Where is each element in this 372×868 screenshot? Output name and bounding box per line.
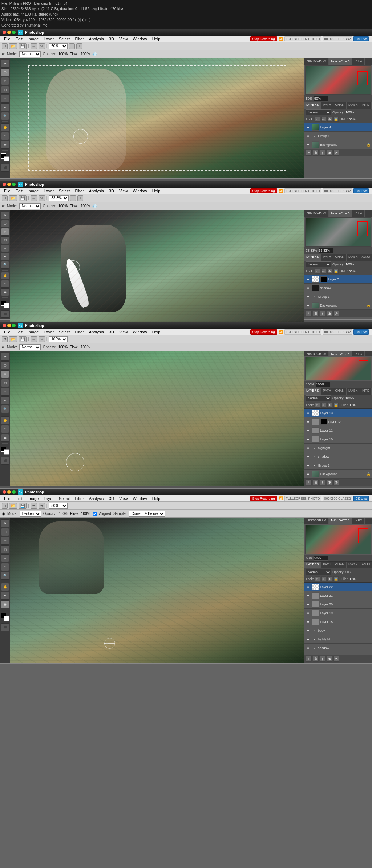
- nav-zoom-input-3[interactable]: [316, 382, 330, 387]
- brush-tool-3[interactable]: ✏: [1, 370, 9, 378]
- redo-btn-1[interactable]: ↪: [39, 43, 45, 49]
- blend-mode-select-2[interactable]: Normal: [306, 261, 331, 267]
- maximize-button-2[interactable]: [12, 183, 16, 186]
- menu-file-4[interactable]: File: [2, 496, 13, 501]
- fg-bg-colors-4[interactable]: [1, 613, 9, 621]
- open-btn-3[interactable]: 📂: [9, 336, 17, 342]
- brush-tool-2[interactable]: ✏: [1, 228, 9, 236]
- undo-btn-1[interactable]: ↩: [31, 43, 37, 49]
- stamp-tool-4[interactable]: ◉: [1, 600, 9, 608]
- lock-move-4[interactable]: ✥: [327, 576, 332, 581]
- menu-file-3[interactable]: File: [2, 329, 13, 335]
- canvas-2[interactable]: [10, 210, 304, 330]
- layers-tab-mask-1[interactable]: MASK: [347, 102, 360, 109]
- menu-analysis-2[interactable]: Analysis: [87, 188, 106, 193]
- blend-mode-select-3[interactable]: Normal: [306, 395, 331, 401]
- path-tab-4[interactable]: PATH: [321, 562, 333, 568]
- stop-recording-3[interactable]: Stop Recording: [250, 329, 277, 335]
- menu-view-2[interactable]: View: [117, 188, 130, 193]
- histogram-tab-4[interactable]: HISTOGRAM: [304, 518, 329, 524]
- hand-tool-1[interactable]: ✋: [1, 123, 9, 131]
- delete-layer-icon-3[interactable]: 🗑: [313, 479, 319, 485]
- layer-item-group1-1[interactable]: ● ▸ Group 1: [304, 132, 372, 140]
- menu-analysis-3[interactable]: Analysis: [87, 329, 106, 335]
- minimize-button-3[interactable]: [7, 324, 11, 327]
- new-layer-icon-2[interactable]: +: [306, 311, 312, 316]
- blend-mode-select-4[interactable]: Normal: [306, 569, 331, 575]
- hand-tool-2[interactable]: ✋: [1, 272, 9, 280]
- cs-live-3[interactable]: CS Live: [353, 329, 369, 335]
- new-doc-btn-4[interactable]: □: [2, 503, 8, 509]
- zoom-select-3[interactable]: 100%50%: [49, 336, 68, 342]
- menu-help-2[interactable]: Help: [150, 188, 163, 193]
- nav-zoom-input-4[interactable]: [314, 556, 328, 561]
- layer-item-11[interactable]: ● Layer 11: [304, 426, 372, 435]
- blend-mode-select-1[interactable]: Normal: [306, 109, 331, 115]
- menu-select-1[interactable]: Select: [57, 36, 72, 41]
- menu-file-2[interactable]: File: [2, 188, 13, 193]
- zoom-out-1[interactable]: −: [69, 43, 75, 49]
- group-arrow-1[interactable]: ▸: [312, 133, 317, 139]
- arrow-shadow-4[interactable]: ▸: [312, 645, 317, 651]
- undo-btn-3[interactable]: ↩: [31, 336, 37, 342]
- cs-live-1[interactable]: CS Live: [353, 36, 369, 41]
- layer-item-13[interactable]: ● Layer 13: [304, 409, 372, 417]
- zoom-out-2[interactable]: −: [70, 195, 76, 201]
- adj-layer-icon-1[interactable]: ◔: [333, 150, 339, 156]
- arrow-group1-3[interactable]: ▸: [312, 463, 317, 468]
- lasso-tool-2[interactable]: ⬡: [1, 220, 9, 228]
- lasso-tool-3[interactable]: ⬡: [1, 361, 9, 369]
- histogram-tab-2[interactable]: HISTOGRAM: [304, 210, 329, 217]
- layers-tab-2[interactable]: LAYERS: [304, 254, 321, 261]
- menu-help-1[interactable]: Help: [150, 36, 163, 41]
- open-btn-1[interactable]: 📂: [9, 43, 17, 49]
- arrow-group1-4[interactable]: ▸: [312, 654, 317, 656]
- minimize-button-4[interactable]: [7, 490, 11, 494]
- pen-tool-4[interactable]: ✒: [1, 563, 9, 571]
- background-color-3[interactable]: [4, 449, 9, 455]
- minimize-button-1[interactable]: [7, 31, 11, 34]
- extra-tool-3[interactable]: ⬛: [1, 457, 9, 465]
- new-layer-icon-1[interactable]: +: [306, 150, 312, 156]
- layer-item-bg-1[interactable]: ● Background 🔒: [304, 140, 372, 149]
- mode-select-2[interactable]: Normal: [19, 203, 41, 209]
- redo-btn-2[interactable]: ↪: [39, 195, 45, 201]
- add-style-icon-1[interactable]: ƒ: [320, 150, 326, 156]
- menu-filter-1[interactable]: Filter: [73, 36, 86, 41]
- lock-move-2[interactable]: ✥: [327, 269, 332, 274]
- lock-transparent-2[interactable]: □: [315, 269, 320, 274]
- undo-btn-4[interactable]: ↩: [31, 503, 37, 509]
- menu-analysis-1[interactable]: Analysis: [87, 36, 106, 41]
- layers-tab-4[interactable]: LAYERS: [304, 562, 321, 568]
- menu-help-4[interactable]: Help: [150, 496, 163, 501]
- path-tab-3[interactable]: PATH: [321, 388, 333, 395]
- new-doc-btn-3[interactable]: □: [2, 336, 8, 342]
- eye-21[interactable]: ●: [306, 593, 311, 598]
- layer-item-group1-4[interactable]: ● ▸ Group 1: [304, 652, 372, 655]
- lock-move-1[interactable]: ✥: [327, 117, 332, 122]
- layer-item-19[interactable]: ● Layer 19: [304, 609, 372, 617]
- eye-shadow-4[interactable]: ●: [306, 645, 311, 651]
- hand-tool-4[interactable]: ✋: [1, 583, 9, 591]
- lock-transparent-1[interactable]: □: [315, 117, 320, 122]
- layer-item-shadow-2[interactable]: ● shadow: [304, 284, 372, 292]
- add-style-icon-3[interactable]: ƒ: [320, 479, 326, 485]
- menu-filter-2[interactable]: Filter: [73, 188, 86, 193]
- menu-window-1[interactable]: Window: [131, 36, 149, 41]
- layers-tab-3[interactable]: LAYERS: [304, 388, 321, 395]
- menu-layer-1[interactable]: Layer: [41, 36, 56, 41]
- navigator-tab-4[interactable]: NAVIGATOR: [329, 518, 352, 524]
- fullscreen-label-3[interactable]: FULLSCREEN PHOTO: [284, 329, 322, 335]
- chan-tab-3[interactable]: CHAN: [333, 388, 347, 395]
- info2-tab-3[interactable]: INFO: [360, 388, 372, 395]
- menu-image-1[interactable]: Image: [25, 36, 41, 41]
- lock-paint-1[interactable]: ✏: [321, 117, 326, 122]
- zoom-select-2[interactable]: 33.3%50%100%: [49, 195, 69, 201]
- eye-highlight-3[interactable]: ●: [306, 445, 311, 451]
- eye-layer7[interactable]: ●: [306, 277, 311, 282]
- stop-recording-2[interactable]: Stop Recording: [250, 188, 277, 193]
- layer-eye-bg-1[interactable]: ●: [306, 142, 311, 147]
- lasso-tool-4[interactable]: ⬡: [1, 528, 9, 536]
- menu-view-4[interactable]: View: [117, 496, 130, 501]
- eye-10[interactable]: ●: [306, 437, 311, 442]
